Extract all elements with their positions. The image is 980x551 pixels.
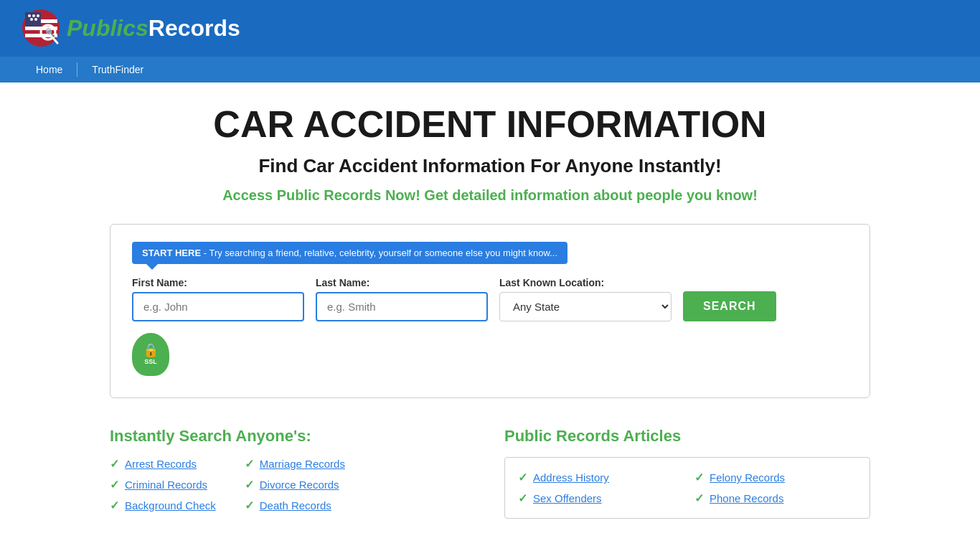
left-section-title: Instantly Search Anyone's:: [110, 427, 476, 446]
first-name-input[interactable]: [132, 292, 304, 321]
logo-text: PublicsRecords: [67, 15, 240, 42]
right-section: Public Records Articles Address History …: [504, 427, 870, 519]
articles-grid: Address History Felony Records Sex Offen…: [518, 471, 857, 505]
list-item: Address History: [518, 471, 680, 484]
search-form: First Name: Last Name: Last Known Locati…: [132, 277, 848, 321]
background-check-link[interactable]: Background Check: [125, 499, 216, 512]
tooltip-bold: START HERE: [142, 248, 201, 258]
right-section-title: Public Records Articles: [504, 427, 870, 446]
page-title: CAR ACCIDENT INFORMATION: [110, 104, 870, 145]
logo[interactable]: 🔍 PublicsRecords: [22, 9, 240, 48]
last-name-label: Last Name:: [316, 277, 488, 288]
svg-point-7: [28, 14, 31, 17]
list-item: Sex Offenders: [518, 491, 680, 505]
list-item: Death Records: [245, 499, 345, 512]
main-nav: Home TruthFinder: [0, 57, 980, 83]
logo-icon: 🔍: [22, 9, 61, 48]
list-item: Arrest Records: [110, 457, 216, 471]
death-records-link[interactable]: Death Records: [260, 499, 331, 512]
page-subtitle: Find Car Accident Information For Anyone…: [110, 155, 870, 177]
search-container: START HERE - Try searching a friend, rel…: [110, 224, 870, 398]
svg-point-5: [30, 18, 33, 21]
location-group: Last Known Location: Any State AlabamaAl…: [499, 277, 672, 321]
site-header: 🔍 PublicsRecords: [0, 0, 980, 57]
list-item: Marriage Records: [245, 457, 345, 471]
first-name-group: First Name:: [132, 277, 304, 321]
main-content: CAR ACCIDENT INFORMATION Find Car Accide…: [95, 83, 885, 540]
tooltip-text: - Try searching a friend, relative, cele…: [204, 248, 557, 258]
page-tagline: Access Public Records Now! Get detailed …: [110, 187, 870, 204]
list-item: Background Check: [110, 499, 216, 512]
first-name-label: First Name:: [132, 277, 304, 288]
ssl-badge: SSL: [132, 333, 848, 376]
ssl-shield-icon: SSL: [132, 333, 169, 376]
col1-list: Arrest Records Criminal Records Backgrou…: [110, 457, 216, 512]
svg-text:🔍: 🔍: [45, 27, 55, 37]
location-label: Last Known Location:: [499, 277, 672, 288]
marriage-records-link[interactable]: Marriage Records: [260, 458, 345, 470]
last-name-group: Last Name:: [316, 277, 488, 321]
list-item: Felony Records: [694, 471, 857, 484]
criminal-records-link[interactable]: Criminal Records: [125, 479, 207, 491]
bottom-sections: Instantly Search Anyone's: Arrest Record…: [110, 427, 870, 519]
search-button[interactable]: SEARCH: [683, 291, 776, 321]
left-section: Instantly Search Anyone's: Arrest Record…: [110, 427, 476, 519]
address-history-link[interactable]: Address History: [533, 471, 609, 484]
arrest-records-link[interactable]: Arrest Records: [125, 458, 197, 470]
nav-truthfinder[interactable]: TruthFinder: [77, 57, 158, 83]
col2-list: Marriage Records Divorce Records Death R…: [245, 457, 345, 512]
last-name-input[interactable]: [316, 292, 488, 321]
divorce-records-link[interactable]: Divorce Records: [260, 479, 339, 491]
list-item: Phone Records: [694, 491, 857, 505]
state-select[interactable]: Any State AlabamaAlaskaArizonaArkansas C…: [499, 292, 672, 321]
list-item: Criminal Records: [110, 478, 216, 491]
svg-point-9: [37, 14, 39, 17]
svg-point-6: [34, 18, 37, 21]
felony-records-link[interactable]: Felony Records: [710, 471, 785, 484]
nav-home[interactable]: Home: [22, 57, 77, 83]
start-here-tooltip: START HERE - Try searching a friend, rel…: [132, 242, 567, 264]
list-item: Divorce Records: [245, 478, 345, 491]
phone-records-link[interactable]: Phone Records: [710, 492, 783, 504]
svg-point-8: [32, 14, 35, 17]
sex-offenders-link[interactable]: Sex Offenders: [533, 492, 602, 504]
articles-box: Address History Felony Records Sex Offen…: [504, 457, 870, 519]
left-columns: Arrest Records Criminal Records Backgrou…: [110, 457, 476, 512]
